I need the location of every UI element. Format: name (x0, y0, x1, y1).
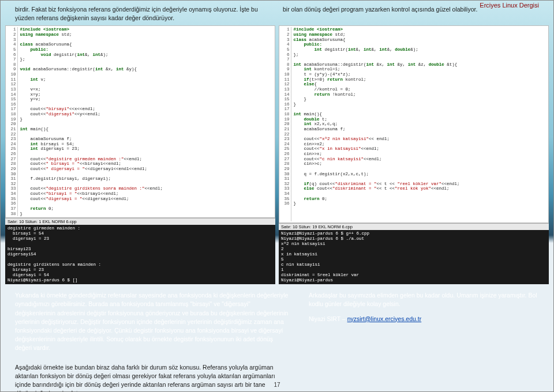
code-left-column: 1 2 3 4 5 6 7 8 9 10 11 12 13 14 15 16 1… (5, 25, 275, 284)
code-row: 1 2 3 4 5 6 7 8 9 10 11 12 13 14 15 16 1… (1, 25, 553, 284)
middle-right: Arkadaşlar bu sayımızda elimden gelen bu… (309, 291, 539, 353)
terminal-right: Niyazi@Niyazi-pardus 6 $ g++ 6.cpp Niyaz… (279, 230, 549, 284)
middle-row: Yukarıda ki örnekte gönderdiğimiz refera… (1, 284, 553, 357)
author-name: Niyazi SIRT – (309, 315, 347, 322)
code-left: 1 2 3 4 5 6 7 8 9 10 11 12 13 14 15 16 1… (5, 25, 275, 218)
code-left-status: Satır: 10 Sütun: 1 EKL NORM 6.cpp (5, 218, 275, 225)
code-right-gutter: 1 2 3 4 5 6 7 8 9 10 11 12 13 14 15 16 1… (280, 27, 291, 221)
terminal-left: degistire girmeden mainden : birsayi = 5… (5, 225, 275, 284)
code-right-status: Satır: 10 Sütun: 19 EKL NORM 6.cpp (279, 223, 549, 230)
signature: Niyazi SIRT – nyzsirt@linux.erciyes.edu.… (309, 315, 539, 323)
intro-left: birdir. Fakat biz fonksiyona referans gö… (15, 5, 271, 22)
closing-text: Arkadaşlar bu sayımızda elimden gelen bu… (309, 292, 537, 307)
bottom-paragraph: Aşağıdaki örnekte ise bundan biraz daha … (1, 357, 295, 392)
middle-left: Yukarıda ki örnekte gönderdiğimiz refera… (15, 291, 291, 353)
author-email-link[interactable]: nyzsirt@linux.erciyes.edu.tr (347, 315, 422, 322)
code-left-source: #include <iostream> using namespace std;… (18, 27, 163, 216)
code-right-column: 1 2 3 4 5 6 7 8 9 10 11 12 13 14 15 16 1… (279, 25, 549, 284)
code-right: 1 2 3 4 5 6 7 8 9 10 11 12 13 14 15 16 1… (279, 25, 549, 223)
code-right-source: #include <iostream> using namespace std;… (291, 27, 460, 221)
code-left-gutter: 1 2 3 4 5 6 7 8 9 10 11 12 13 14 15 16 1… (7, 27, 18, 216)
journal-title: Erciyes Linux Dergisi (480, 2, 539, 9)
page-number: 17 (274, 382, 280, 388)
intro-row: birdir. Fakat biz fonksiyona referans gö… (1, 1, 553, 24)
